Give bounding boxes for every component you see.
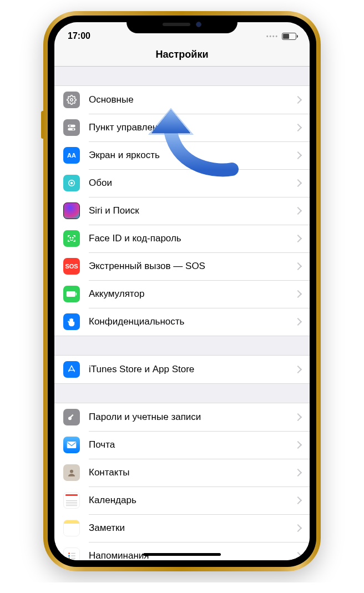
calendar-icon [63, 492, 80, 509]
row-mail[interactable]: Почта [54, 431, 310, 459]
chevron-right-icon [294, 96, 302, 104]
svg-rect-9 [67, 291, 75, 297]
chevron-right-icon [294, 413, 302, 421]
row-label: Обои [89, 178, 295, 189]
row-reminders[interactable]: Напоминания [54, 542, 310, 560]
svg-rect-12 [69, 414, 73, 418]
row-label: Конфиденциальность [89, 316, 295, 327]
wallpaper-icon [63, 175, 80, 191]
svg-rect-1 [68, 125, 75, 128]
svg-point-3 [69, 125, 71, 127]
chevron-right-icon [294, 366, 302, 373]
svg-rect-10 [76, 293, 77, 296]
svg-point-16 [68, 555, 70, 557]
status-right: •••• [266, 33, 296, 40]
svg-rect-13 [67, 442, 77, 448]
svg-point-6 [71, 183, 73, 184]
reminders-icon [63, 548, 80, 560]
key-icon [63, 409, 80, 425]
hand-icon [63, 313, 80, 330]
row-control-center[interactable]: Пункт управления [54, 114, 310, 141]
chevron-right-icon [294, 524, 302, 532]
notch [127, 16, 237, 33]
svg-point-15 [68, 553, 70, 554]
chevron-right-icon [294, 469, 302, 477]
row-display-brightness[interactable]: AA Экран и яркость [54, 141, 310, 169]
mail-icon [63, 437, 80, 453]
gear-icon [63, 92, 80, 108]
settings-group-2: iTunes Store и App Store [54, 355, 310, 384]
chevron-right-icon [294, 235, 302, 242]
group-separator [54, 384, 310, 403]
chevron-right-icon [294, 262, 302, 270]
row-label: Siri и Поиск [89, 205, 295, 216]
svg-point-0 [70, 99, 73, 102]
chevron-right-icon [294, 552, 302, 560]
row-battery[interactable]: Аккумулятор [54, 280, 310, 308]
row-label: Контакты [89, 467, 295, 478]
row-label: Пункт управления [89, 122, 295, 133]
speaker-grille [163, 23, 190, 26]
chevron-right-icon [294, 151, 302, 159]
group-separator [54, 336, 310, 355]
battery-icon [63, 286, 80, 302]
row-calendar[interactable]: Календарь [54, 486, 310, 514]
siri-icon [63, 202, 80, 219]
chevron-right-icon [294, 179, 302, 187]
row-label: Заметки [89, 523, 295, 534]
settings-group-1: Основные Пункт управления AA [54, 85, 310, 336]
svg-point-17 [68, 557, 70, 559]
appstore-icon [63, 361, 80, 378]
row-sos[interactable]: SOS Экстренный вызов — SOS [54, 252, 310, 280]
row-passwords[interactable]: Пароли и учетные записи [54, 403, 310, 431]
row-faceid[interactable]: Face ID и код-пароль [54, 225, 310, 252]
display-icon: AA [63, 147, 80, 164]
row-general[interactable]: Основные [54, 86, 310, 114]
row-wallpaper[interactable]: Обои [54, 169, 310, 197]
row-itunes-appstore[interactable]: iTunes Store и App Store [54, 356, 310, 383]
sos-glyph: SOS [65, 263, 78, 270]
row-label: iTunes Store и App Store [89, 364, 295, 375]
chevron-right-icon [294, 496, 302, 504]
chevron-right-icon [294, 441, 302, 449]
page-title: Настройки [54, 47, 310, 67]
row-label: Экран и яркость [89, 150, 295, 161]
row-label: Пароли и учетные записи [89, 412, 295, 423]
row-notes[interactable]: Заметки [54, 514, 310, 542]
chevron-right-icon [294, 207, 302, 215]
chevron-right-icon [294, 318, 302, 326]
signal-dots-icon: •••• [266, 33, 279, 39]
phone-bezel: 17:00 •••• Настройки Основные [48, 16, 316, 567]
screen: 17:00 •••• Настройки Основные [54, 22, 310, 560]
row-label: Face ID и код-пароль [89, 233, 295, 244]
row-label: Экстренный вызов — SOS [89, 261, 295, 272]
display-aa-glyph: AA [67, 152, 76, 159]
notes-icon [63, 520, 80, 536]
chevron-right-icon [294, 124, 302, 131]
row-label: Календарь [89, 495, 295, 506]
settings-group-3: Пароли и учетные записи Почта [54, 403, 310, 560]
status-time: 17:00 [68, 31, 90, 41]
row-siri[interactable]: Siri и Поиск [54, 197, 310, 225]
home-indicator[interactable] [143, 553, 221, 556]
row-privacy[interactable]: Конфиденциальность [54, 308, 310, 336]
row-label: Почта [89, 439, 295, 450]
battery-icon [282, 33, 296, 40]
group-separator [54, 67, 310, 85]
faceid-icon [63, 230, 80, 247]
svg-rect-2 [68, 128, 75, 131]
row-label: Аккумулятор [89, 288, 295, 300]
row-contacts[interactable]: Контакты [54, 459, 310, 486]
row-label: Основные [89, 94, 295, 105]
svg-point-4 [73, 129, 74, 130]
sos-icon: SOS [63, 258, 80, 275]
phone-frame: 17:00 •••• Настройки Основные [43, 11, 321, 571]
svg-point-14 [70, 470, 73, 473]
svg-point-8 [73, 237, 74, 239]
chevron-right-icon [294, 290, 302, 298]
toggles-icon [63, 119, 80, 136]
contacts-icon [63, 464, 80, 481]
front-camera [196, 22, 201, 27]
svg-point-7 [70, 237, 71, 239]
